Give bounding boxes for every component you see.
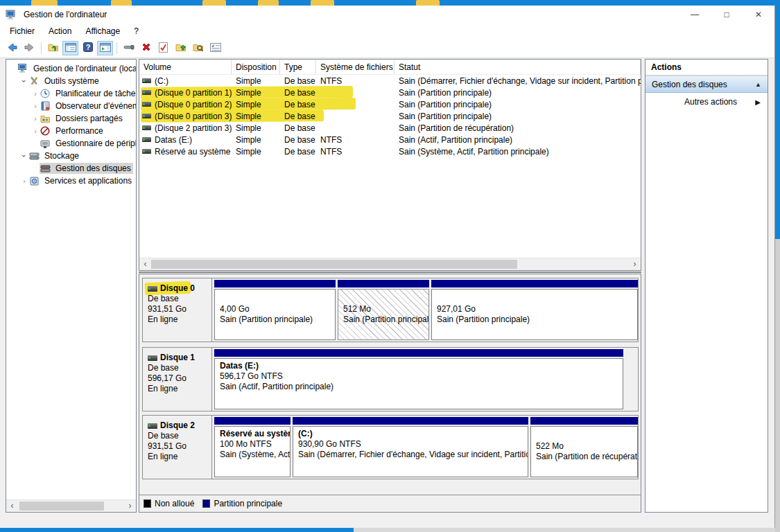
volume-disposition: Simple xyxy=(232,123,280,133)
sidebar-item-dossiers-partag-s[interactable]: › Dossiers partagés xyxy=(6,112,136,125)
toolbar-button-export-list-icon[interactable] xyxy=(45,41,61,55)
volume-status: Sain (Partition de récupération) xyxy=(395,123,641,133)
chevron-right-icon[interactable]: › xyxy=(20,177,28,185)
toolbar-button-show-action-pane-icon[interactable] xyxy=(97,41,113,55)
scroll-left-icon[interactable]: ‹ xyxy=(139,258,151,270)
toolbar-button-back-icon[interactable] xyxy=(4,41,20,55)
menu-item-1[interactable]: Action xyxy=(42,24,78,38)
volume-status: Sain (Actif, Partition principale) xyxy=(395,135,641,145)
sidebar-item-performance[interactable]: › Performance xyxy=(6,125,136,137)
table-row[interactable]: (Disque 0 partition 3) Simple De base Sa… xyxy=(139,110,641,122)
sidebar-item-gestion-des-disques[interactable]: Gestion des disques xyxy=(6,162,136,175)
minimize-button[interactable]: — xyxy=(679,6,711,24)
scrollbar-track[interactable] xyxy=(151,258,629,270)
volume-type: De base xyxy=(280,112,316,121)
toolbar-button-tool-icon[interactable] xyxy=(121,41,137,55)
column-header-4[interactable]: Statut xyxy=(395,60,641,74)
maximize-button[interactable]: □ xyxy=(711,6,743,24)
pane-splitter[interactable] xyxy=(139,272,641,273)
column-header-1[interactable]: Disposition xyxy=(232,60,280,74)
menu-item-2[interactable]: Affichage xyxy=(78,24,127,38)
table-row[interactable]: (C:) Simple De base NTFS Sain (Démarrer,… xyxy=(139,75,641,87)
sidebar-item-gestionnaire-de-p-riph-riques[interactable]: Gestionnaire de périphériques xyxy=(6,137,136,150)
partition-status: Sain (Partition principale) xyxy=(437,314,632,325)
toolbar-button-folder-search-icon[interactable] xyxy=(190,41,206,55)
partition-block[interactable]: (C:)930,90 Go NTFSSain (Démarrer, Fichie… xyxy=(293,417,528,477)
volume-horizontal-scrollbar[interactable]: ‹ › xyxy=(139,258,641,270)
table-row[interactable]: (Disque 2 partition 3) Simple De base Sa… xyxy=(139,122,641,134)
actions-item-more-actions[interactable]: Autres actions ▶ xyxy=(645,93,768,111)
actions-group-disk-management[interactable]: Gestion des disques ▲ xyxy=(645,76,768,93)
column-header-3[interactable]: Système de fichiers xyxy=(316,60,395,74)
volume-name: (C:) xyxy=(155,76,168,86)
toolbar-button-forward-icon[interactable] xyxy=(21,41,37,55)
sidebar-item-planificateur-de-t-ches[interactable]: › Planificateur de tâches xyxy=(6,87,136,100)
volume-status: Sain (Démarrer, Fichier d'échange, Vidag… xyxy=(395,76,641,86)
scroll-right-icon[interactable]: › xyxy=(124,500,136,512)
sidebar-item-services-et-applications[interactable]: › Services et applications xyxy=(6,175,136,187)
volume-disposition: Simple xyxy=(232,147,280,157)
menu-item-3[interactable]: ? xyxy=(127,24,146,38)
partition-color-bar xyxy=(431,280,638,287)
table-row[interactable]: Réservé au système Simple De base NTFS S… xyxy=(139,145,641,157)
sidebar-item-observateur-d-v-nements[interactable]: › Observateur d'événements xyxy=(6,100,136,112)
menu-item-0[interactable]: Fichier xyxy=(3,24,42,38)
chevron-right-icon[interactable]: › xyxy=(31,127,40,135)
chevron-down-icon[interactable]: › xyxy=(20,77,28,85)
disk-status: En ligne xyxy=(148,452,211,462)
table-row[interactable]: Datas (E:) Simple De base NTFS Sain (Act… xyxy=(139,134,641,145)
list-properties-icon xyxy=(210,43,221,54)
legend-item: Partition principale xyxy=(202,499,282,508)
toolbar-button-properties-check-icon[interactable] xyxy=(155,41,171,55)
chevron-right-icon[interactable]: › xyxy=(31,89,40,98)
partition-block[interactable]: 522 MoSain (Partition de récupération) xyxy=(530,417,638,477)
toolbar-separator xyxy=(41,42,42,54)
partition-title: Réservé au système xyxy=(220,429,285,439)
collapse-arrow-icon[interactable]: ▲ xyxy=(755,81,761,88)
tree-item-label: Gestionnaire de périphériques xyxy=(53,138,136,149)
disk-label-box[interactable]: Disque 2 De base 931,51 Go En ligne xyxy=(143,416,212,479)
table-row[interactable]: (Disque 0 partition 2) Simple De base Sa… xyxy=(139,98,641,110)
scroll-left-icon[interactable]: ‹ xyxy=(6,500,18,512)
partition-block[interactable]: 4,00 GoSain (Partition principale) xyxy=(214,280,336,340)
toolbar-button-folder-up-icon[interactable] xyxy=(173,41,189,55)
desktop-folder-icon xyxy=(31,0,58,6)
computer-management-window: Gestion de l'ordinateur — □ ✕ FichierAct… xyxy=(0,6,775,528)
disk-label-box[interactable]: Disque 1 De base 596,17 Go En ligne xyxy=(143,348,212,411)
column-header-2[interactable]: Type xyxy=(280,60,316,74)
partition-block[interactable]: 512 MoSain (Partition principale) xyxy=(338,280,429,340)
toolbar-button-show-console-tree-icon[interactable] xyxy=(62,41,78,55)
partition-title: (C:) xyxy=(298,429,523,439)
toolbar-button-help-icon[interactable]: ? xyxy=(80,41,96,55)
scrollbar-track[interactable] xyxy=(18,500,124,512)
scrollbar-thumb[interactable] xyxy=(151,260,517,269)
sidebar-item-stockage[interactable]: › Stockage xyxy=(6,150,136,162)
sidebar-item-outils-syst-me[interactable]: › Outils système xyxy=(6,75,136,87)
legend-item: Non alloué xyxy=(144,499,194,508)
sidebar-item-gestion-de-l-ordinateur-local-[interactable]: Gestion de l'ordinateur (local) xyxy=(6,62,136,75)
partition-block[interactable]: Réservé au système100 Mo NTFSSain (Systè… xyxy=(214,417,291,477)
chevron-right-icon[interactable]: › xyxy=(31,102,40,110)
chevron-right-icon[interactable]: › xyxy=(31,114,40,123)
toolbar-button-list-properties-icon[interactable] xyxy=(207,41,223,55)
partition-block[interactable]: Datas (E:)596,17 Go NTFSSain (Actif, Par… xyxy=(214,349,623,409)
table-row[interactable]: (Disque 0 partition 1) Simple De base Sa… xyxy=(139,87,641,98)
toolbar-button-delete-icon[interactable] xyxy=(138,41,154,55)
column-header-0[interactable]: Volume xyxy=(139,60,232,74)
tree-item-label: Stockage xyxy=(42,150,81,161)
tree-item-label: Dossiers partagés xyxy=(53,113,125,124)
tree-horizontal-scrollbar[interactable]: ‹ › xyxy=(6,499,136,512)
close-button[interactable]: ✕ xyxy=(743,6,774,24)
disk-type: De base xyxy=(148,363,211,373)
window-controls: — □ ✕ xyxy=(679,6,774,24)
partition-block[interactable]: 927,01 GoSain (Partition principale) xyxy=(431,280,638,340)
show-console-tree-icon xyxy=(65,43,76,54)
partition-size: 100 Mo NTFS xyxy=(220,439,285,450)
disk-label-box[interactable]: Disque 0 De base 931,51 Go En ligne xyxy=(143,278,212,342)
partition-size: 927,01 Go xyxy=(437,304,632,314)
chevron-down-icon[interactable]: › xyxy=(20,152,28,160)
partition-status: Sain (Actif, Partition principale) xyxy=(220,382,618,392)
scroll-right-icon[interactable]: › xyxy=(629,258,641,270)
scrollbar-thumb[interactable] xyxy=(19,502,104,511)
tree-item-label: Outils système xyxy=(42,76,101,87)
